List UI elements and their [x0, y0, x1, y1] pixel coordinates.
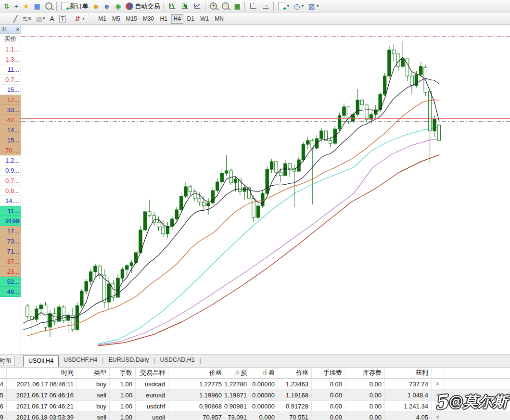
timeframe-w1-button[interactable]: W1	[198, 14, 211, 24]
market-watch-titlebar: 31 ×	[0, 25, 21, 34]
templates-button[interactable]: ▨▾	[306, 1, 321, 12]
quote-row[interactable]: 17...	[0, 226, 21, 236]
zoom-out-button[interactable]: −	[219, 1, 231, 12]
quote-row[interactable]: 1.2...	[0, 155, 21, 165]
deposit-button[interactable]: ◆	[91, 1, 101, 12]
quote-row[interactable]: 52...	[0, 277, 21, 287]
crosshair-button[interactable]: +	[12, 1, 21, 12]
terminal-header-cell[interactable]: 手续费	[312, 368, 345, 378]
trade-cell: 70.551	[278, 412, 312, 420]
terminal-header-cell[interactable]: 获利	[385, 368, 432, 378]
terminal-header-cell[interactable]: 库存费	[345, 368, 385, 378]
quote-row[interactable]: 71...	[0, 246, 21, 256]
timeframe-h4-button[interactable]: H4	[171, 14, 183, 24]
chevron-down-icon: ▾	[82, 16, 84, 21]
text-label-icon: T	[59, 15, 66, 23]
bar-chart-button[interactable]	[166, 1, 178, 12]
close-trade-icon[interactable]: ×	[432, 412, 444, 420]
trade-row-usdcad[interactable]: 342021.06.17 06:46:11buy1.00usdcad1.2277…	[0, 379, 510, 390]
quote-row[interactable]: 17...	[0, 95, 21, 105]
terminal-header-cell[interactable]: 交易品种	[136, 368, 168, 378]
quote-row[interactable]: 11...	[0, 206, 21, 216]
candle-chart-button[interactable]	[178, 1, 191, 12]
terminal-header-cell[interactable]: 价格	[168, 368, 225, 378]
fibonacci-button[interactable]: ≋E	[20, 13, 33, 24]
close-icon[interactable]: ×	[16, 26, 19, 32]
price-chart[interactable]	[21, 25, 510, 355]
terminal-header-cell[interactable]	[0, 368, 7, 378]
periods-button[interactable]: ◷▾	[292, 1, 306, 12]
terminal-header-cell[interactable]: 类型	[77, 368, 110, 378]
quote-row[interactable]: 1.3...	[0, 54, 21, 64]
arrows-button[interactable]: ⇵▾	[72, 13, 87, 24]
trend-line-button[interactable]: ╱	[11, 13, 20, 24]
quote-row[interactable]: 42...	[0, 115, 21, 125]
auto-scroll-button[interactable]	[259, 1, 272, 12]
trade-row-usdchf[interactable]: 362021.06.17 06:46:21buy1.00usdchf0.9086…	[0, 401, 510, 412]
quote-row[interactable]: 49...	[0, 287, 21, 297]
quote-row[interactable]: 14....	[0, 196, 21, 206]
quote-row[interactable]: 0.7...	[0, 176, 21, 186]
indicators-button[interactable]: ▾	[276, 1, 292, 12]
trade-row-eurusd[interactable]: 352021.06.17 06:46:16sell1.00eurusd1.199…	[0, 390, 510, 401]
terminal-trade-panel: 时间类型手数交易品种价格止损止盈价格手续费库存费获利342021.06.17 0…	[0, 367, 510, 420]
quote-row[interactable]: 73...	[0, 236, 21, 246]
terminal-header-cell[interactable]: 止盈	[250, 368, 278, 378]
terminal-icon: ▤	[34, 3, 40, 10]
community-button[interactable]: ☻	[101, 1, 113, 12]
bid-price-value: 17...	[7, 228, 19, 235]
quote-row[interactable]: 23...	[0, 267, 21, 277]
quote-row[interactable]: 0.8...	[0, 186, 21, 196]
quote-row[interactable]: 11...	[0, 64, 21, 75]
chart-tab-usdcad[interactable]: USDCAD,H1	[155, 355, 200, 365]
quote-row[interactable]: 9199	[0, 216, 21, 226]
close-trade-icon[interactable]: ×	[432, 401, 444, 411]
quote-row[interactable]: 0.7...	[0, 75, 21, 85]
close-trade-icon[interactable]: ×	[432, 390, 444, 400]
quote-row[interactable]: 1.1...	[0, 44, 21, 54]
bid-price-value: 0.7...	[5, 76, 19, 83]
terminal-button[interactable]: ▤	[31, 1, 42, 12]
quote-row[interactable]: 0.9...	[0, 165, 21, 176]
strategy-tester-button[interactable]	[43, 1, 55, 12]
close-trade-icon[interactable]: ×	[432, 379, 444, 389]
grid-button[interactable]: ▦F	[33, 13, 47, 24]
timeframe-mn-button[interactable]: MN	[212, 14, 226, 24]
line-chart-button[interactable]	[191, 1, 204, 12]
tick-chart-tab[interactable]: 时图	[0, 356, 14, 366]
timeframe-m1-button[interactable]: M1	[96, 14, 109, 24]
chart-tab-eurusd[interactable]: EURUSD,Daily	[103, 355, 153, 365]
favorites-button[interactable]: ★	[21, 1, 32, 12]
text-button[interactable]: A	[48, 13, 57, 24]
zoom-in-button[interactable]: +	[207, 1, 219, 12]
quote-row[interactable]: 15...	[0, 135, 21, 145]
auto-trading-button[interactable]: 自动交易	[123, 1, 162, 12]
horizontal-line-button[interactable]: ─	[1, 13, 11, 24]
terminal-header-cell[interactable]: 价格	[278, 368, 312, 378]
timeframe-m5-button[interactable]: M5	[110, 14, 123, 24]
news-button[interactable]: ◉	[113, 1, 123, 12]
quote-row[interactable]: 33...	[0, 105, 21, 115]
quote-row[interactable]: 70....	[0, 145, 21, 155]
trade-row-usoil[interactable]: 592021.06.18 03:53:39sell1.00usoil70.857…	[0, 412, 510, 420]
terminal-header-cell[interactable]: 手数	[110, 368, 136, 378]
timeframe-m30-button[interactable]: M30	[140, 14, 156, 24]
chart-shift-button[interactable]	[247, 1, 259, 12]
new-order-button[interactable]: 新订单	[59, 1, 91, 12]
market-watch-button[interactable]: ⇅	[1, 1, 12, 12]
chart-tab-usoil[interactable]: USOil,H4	[23, 356, 59, 367]
quote-row[interactable]: 14...	[0, 125, 21, 135]
timeframe-d1-button[interactable]: D1	[184, 14, 197, 24]
timeframe-m15-button[interactable]: M15	[124, 14, 140, 24]
tile-windows-button[interactable]: ▦	[231, 1, 242, 12]
ma-slow-orange	[27, 100, 439, 335]
chart-tab-usdchf[interactable]: USDCHF,H4	[59, 355, 102, 365]
terminal-header-cell[interactable]: 止损	[225, 368, 250, 378]
terminal-header-cell[interactable]: 时间	[7, 368, 77, 378]
text-label-button[interactable]: T	[57, 13, 69, 24]
toolbar-separator	[273, 2, 274, 11]
timeframe-h1-button[interactable]: H1	[157, 14, 170, 24]
quote-row[interactable]: 15...	[0, 85, 21, 95]
terminal-header-cell[interactable]	[432, 368, 444, 378]
quote-row[interactable]: 37...	[0, 256, 21, 267]
